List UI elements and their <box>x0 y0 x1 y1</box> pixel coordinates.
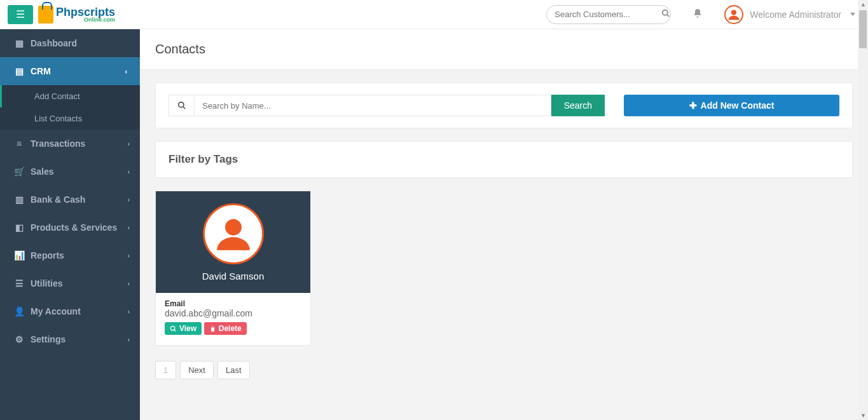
svg-line-4 <box>183 107 185 109</box>
database-icon: ≡ <box>13 139 25 149</box>
sidebar-subitem-list-contacts[interactable]: List Contacts <box>0 107 140 130</box>
sidebar-sublabel: Add Contact <box>34 91 80 101</box>
search-group: Search <box>169 95 605 116</box>
sidebar-label: CRM <box>31 66 51 76</box>
user-menu[interactable]: Welcome Administrator <box>724 5 855 24</box>
svg-line-7 <box>174 329 176 331</box>
sidebar-toggle-button[interactable]: ☰ <box>8 5 33 24</box>
cube-icon: ◧ <box>13 222 25 233</box>
svg-line-1 <box>667 15 670 17</box>
search-panel: Search ✚ Add New Contact <box>155 83 853 128</box>
view-button[interactable]: View <box>165 322 202 335</box>
hamburger-icon: ☰ <box>16 8 25 20</box>
sidebar-item-reports[interactable]: 📊 Reports ‹ <box>0 241 140 269</box>
scrollbar[interactable]: ▲ ▼ <box>858 0 868 420</box>
logo-text: Phpscripts Online.com <box>56 6 115 23</box>
sidebar-label: Sales <box>31 166 54 177</box>
sidebar-item-utilities[interactable]: ☰ Utilities ‹ <box>0 269 140 297</box>
chevron-left-icon: ‹ <box>128 140 130 147</box>
filter-title: Filter by Tags <box>169 153 839 166</box>
sidebar-label: Dashboard <box>31 38 77 48</box>
caret-down-icon <box>850 13 855 16</box>
search-icon <box>661 9 670 20</box>
global-search[interactable] <box>546 5 671 24</box>
sidebar-item-my-account[interactable]: 👤 My Account ‹ <box>0 297 140 325</box>
cart-icon: 🛒 <box>13 166 25 177</box>
svg-point-0 <box>663 10 668 15</box>
pagination: 1 Next Last <box>155 361 853 379</box>
sidebar-item-transactions[interactable]: ≡ Transactions ‹ <box>0 130 140 158</box>
svg-point-3 <box>178 102 183 107</box>
delete-label: Delete <box>219 324 242 333</box>
search-addon-icon <box>169 95 194 116</box>
grid-icon: ▦ <box>13 38 25 48</box>
view-label: View <box>179 324 196 333</box>
page-current: 1 <box>155 361 176 379</box>
main-content: Contacts Search ✚ Add New Contact Filter… <box>140 29 868 420</box>
contact-email: david.abc@gmail.com <box>165 308 301 318</box>
svg-point-6 <box>170 326 174 330</box>
svg-point-2 <box>731 10 736 15</box>
chevron-left-icon: ‹ <box>128 336 130 343</box>
chevron-left-icon: ‹ <box>128 168 130 175</box>
add-new-contact-button[interactable]: ✚ Add New Contact <box>624 95 839 116</box>
sidebar-label: Bank & Cash <box>31 194 85 205</box>
topbar-left: ☰ Phpscripts Online.com <box>0 5 115 24</box>
chevron-left-icon: ‹ <box>128 224 130 231</box>
chevron-down-icon: ⌄ <box>124 69 131 74</box>
scrollbar-thumb[interactable] <box>859 10 867 48</box>
chevron-left-icon: ‹ <box>128 252 130 259</box>
page-heading: Contacts <box>140 29 868 70</box>
sidebar-item-sales[interactable]: 🛒 Sales ‹ <box>0 158 140 186</box>
page-title: Contacts <box>155 42 853 57</box>
logo[interactable]: Phpscripts Online.com <box>38 6 115 24</box>
sidebar-label: Transactions <box>31 139 85 149</box>
sidebar-subitem-add-contact[interactable]: Add Contact <box>0 85 140 107</box>
avatar-icon <box>724 5 743 24</box>
sidebar-item-bank-cash[interactable]: ▥ Bank & Cash ‹ <box>0 186 140 213</box>
filter-panel: Filter by Tags <box>155 141 853 178</box>
email-label: Email <box>165 299 301 308</box>
name-search-input[interactable] <box>194 95 551 116</box>
scroll-down-icon: ▼ <box>860 412 866 419</box>
avatar-icon <box>203 203 264 264</box>
user-icon: 👤 <box>13 306 25 316</box>
contacts-grid: David Samson Email david.abc@gmail.com V… <box>155 191 853 346</box>
contact-card: David Samson Email david.abc@gmail.com V… <box>155 191 311 346</box>
notifications-button[interactable] <box>692 8 703 21</box>
sidebar-item-products-services[interactable]: ◧ Products & Services ‹ <box>0 213 140 241</box>
sidebar-label: My Account <box>31 306 81 316</box>
page-last-button[interactable]: Last <box>217 361 250 379</box>
plus-icon: ✚ <box>689 100 697 111</box>
sidebar-item-dashboard[interactable]: ▦ Dashboard <box>0 29 140 57</box>
search-button[interactable]: Search <box>551 95 605 116</box>
contact-name: David Samson <box>202 271 265 281</box>
scroll-up-icon: ▲ <box>860 1 866 8</box>
list-icon: ☰ <box>13 278 25 288</box>
add-button-label: Add New Contact <box>701 100 775 111</box>
sidebar: ▦ Dashboard ▤ CRM ⌄ Add Contact List Con… <box>0 29 140 420</box>
sidebar-item-settings[interactable]: ⚙ Settings ‹ <box>0 325 140 353</box>
sidebar-label: Settings <box>31 334 65 344</box>
chart-icon: 📊 <box>13 250 25 261</box>
sidebar-label: Utilities <box>31 278 63 288</box>
global-search-input[interactable] <box>555 10 661 19</box>
shopping-bag-icon <box>38 6 53 24</box>
delete-button[interactable]: Delete <box>204 322 247 335</box>
chevron-left-icon: ‹ <box>128 280 130 287</box>
sidebar-label: Reports <box>31 250 64 261</box>
card-icon: ▤ <box>13 66 25 76</box>
welcome-text: Welcome Administrator <box>750 10 841 20</box>
topbar: ☰ Phpscripts Online.com Welcome Administ… <box>0 0 868 29</box>
gear-icon: ⚙ <box>13 334 25 344</box>
svg-point-5 <box>225 219 242 235</box>
chevron-left-icon: ‹ <box>128 308 130 315</box>
contact-card-body: Email david.abc@gmail.com View Delete <box>156 293 310 345</box>
sidebar-label: Products & Services <box>31 222 117 233</box>
bank-icon: ▥ <box>13 194 25 205</box>
contact-card-header: David Samson <box>156 191 310 293</box>
sidebar-item-crm[interactable]: ▤ CRM ⌄ <box>0 57 140 85</box>
page-next-button[interactable]: Next <box>180 361 214 379</box>
sidebar-sublabel: List Contacts <box>34 114 82 123</box>
chevron-left-icon: ‹ <box>128 196 130 203</box>
